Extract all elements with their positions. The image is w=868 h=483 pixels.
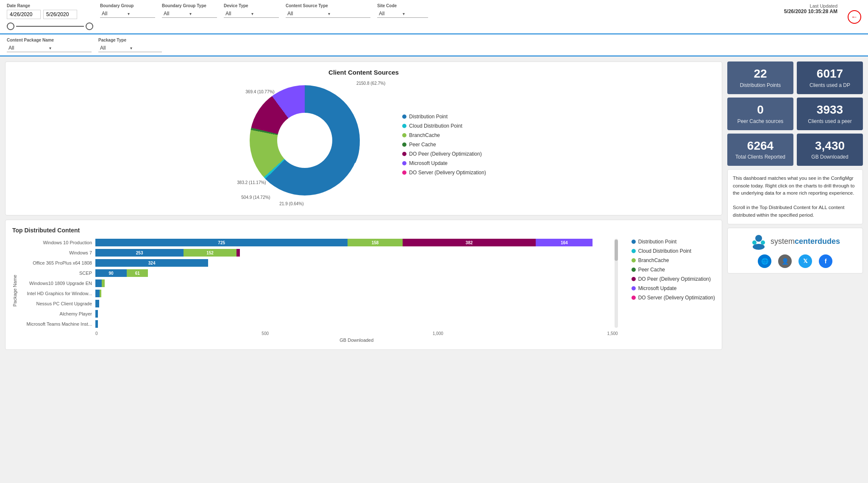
boundary-group-select[interactable]: All ▾ [100, 10, 155, 18]
top-bar: Date Range Boundary Group All ▾ Boundary… [0, 0, 868, 34]
donut-label-dopeer: 383.2 (11.17%) [237, 180, 266, 185]
scd-logo-row: systemcenterdudes [733, 233, 857, 250]
date-from-input[interactable] [7, 10, 41, 19]
date-to-input[interactable] [43, 10, 77, 19]
bar-seg [95, 300, 99, 307]
bar-segments [95, 300, 618, 307]
content-package-name-chevron: ▾ [49, 46, 90, 50]
bar-chart-title: Top Distributed Content [12, 227, 715, 234]
facebook-button[interactable]: f [819, 254, 832, 268]
stat-card-distribution-points: 22 Distribution Points [727, 61, 793, 94]
donut-label-msupdate: 369.4 (10.77%) [245, 89, 274, 94]
bar-chart-legend: Distribution Point Cloud Distribution Po… [632, 239, 715, 343]
x-tick: 1,000 [433, 331, 443, 336]
bar-legend-label-do-peer: DO Peer (Delivery Optimization) [638, 276, 711, 282]
bar-legend-label-ms-update: Microsoft Update [638, 285, 677, 291]
legend-label-do-peer: DO Peer (Delivery Optimization) [409, 151, 481, 157]
legend-item-do-server: DO Server (Delivery Optimization) [402, 170, 486, 176]
bar-legend-label-peer-cache: Peer Cache [638, 267, 665, 273]
svg-point-3 [753, 244, 765, 250]
device-type-filter: Device Type All ▾ [224, 3, 279, 18]
x-tick: 1,500 [607, 331, 618, 336]
scrollbar-track [615, 239, 618, 328]
package-type-chevron: ▾ [130, 46, 160, 50]
stat-label-peer-cache: Peer Cache sources [734, 118, 787, 124]
bar-segments: 725 158 382 164 [95, 239, 618, 246]
logo-card: systemcenterdudes 🌐 👤 𝕏 f [727, 228, 863, 274]
bar-seg: 152 [184, 249, 236, 257]
stat-label-dp: Distribution Points [734, 82, 787, 88]
device-type-label: Device Type [224, 3, 279, 8]
content-source-type-value: All [287, 11, 328, 17]
bar-legend-item-ms-update: Microsoft Update [632, 285, 715, 291]
table-row: SCEP 90 61 [24, 269, 618, 277]
legend-label-peer-cache: Peer Cache [409, 142, 436, 148]
donut-chart-container: 2150.8 (62.7%) 504.9 (14.72%) 383.2 (11.… [241, 81, 385, 208]
left-panel: Client Content Sources [5, 61, 722, 350]
table-row: Windows 10 Production 725 158 382 164 [24, 239, 618, 246]
stat-number-peer-cache: 0 [734, 103, 787, 117]
bar-segments: 324 [95, 259, 618, 267]
device-type-select[interactable]: All ▾ [224, 10, 279, 18]
legend-item-cloud-dp: Cloud Distribution Point [402, 123, 486, 129]
bar-segments: 253 152 [95, 249, 618, 257]
support-button[interactable]: 👤 [778, 254, 792, 268]
right-panel: 22 Distribution Points 6017 Clients used… [727, 61, 863, 350]
donut-label-cloudp: 21.9 (0.64%) [279, 201, 303, 206]
content-source-type-select[interactable]: All ▾ [286, 10, 370, 18]
site-code-value: All [379, 11, 403, 17]
bar-seg: 382 [403, 239, 536, 246]
bar-label: Windows10 1809 Upgrade EN [24, 281, 92, 286]
donut-legend: Distribution Point Cloud Distribution Po… [402, 114, 486, 176]
content-package-name-select[interactable]: All ▾ [7, 44, 92, 52]
legend-item-peer-cache: Peer Cache [402, 142, 486, 148]
stat-label-clients-dp: Clients used a DP [804, 82, 856, 88]
bar-seg [95, 279, 102, 287]
bar-seg: 253 [95, 249, 184, 257]
stat-number-gb-downloaded: 3,430 [804, 140, 856, 153]
bar-seg [95, 290, 100, 297]
boundary-group-type-label: Boundary Group Type [162, 3, 217, 8]
bar-legend-dot-branchcache [632, 258, 636, 262]
bar-x-axis-label: GB Downloaded [95, 338, 618, 343]
boundary-group-value: All [102, 11, 128, 17]
boundary-group-type-select[interactable]: All ▾ [162, 10, 217, 18]
twitter-button[interactable]: 𝕏 [798, 254, 812, 268]
site-code-select[interactable]: All ▾ [377, 10, 428, 18]
device-type-value: All [225, 11, 251, 17]
bar-chart-area: Package Name Windows 10 Production 725 1… [12, 239, 715, 343]
bar-seg [236, 249, 240, 257]
last-updated-label: Last Updated [784, 3, 837, 8]
slider-right-handle[interactable] [86, 22, 93, 30]
stat-row-1: 22 Distribution Points 6017 Clients used… [727, 61, 863, 94]
scrollbar-thumb[interactable] [615, 240, 618, 261]
bar-legend-item-cloud-dp: Cloud Distribution Point [632, 248, 715, 254]
date-range-group: Date Range [7, 3, 93, 30]
table-row: Microsoft Teams Machine Inst... [24, 320, 618, 328]
content-source-type-filter: Content Source Type All ▾ [286, 3, 370, 18]
globe-button[interactable]: 🌐 [758, 254, 771, 268]
bar-legend-label-do-server: DO Server (Delivery Optimization) [638, 295, 715, 301]
boundary-group-type-chevron: ▾ [189, 11, 215, 16]
bar-legend-dot-do-server [632, 296, 636, 300]
bar-segments [95, 320, 618, 328]
bar-seg: 61 [127, 269, 148, 277]
y-axis-label: Package Name [12, 239, 17, 343]
legend-item-ms-update: Microsoft Update [402, 160, 486, 166]
site-code-chevron: ▾ [403, 11, 426, 16]
legend-label-cloud-dp: Cloud Distribution Point [409, 123, 462, 129]
bar-seg [102, 279, 105, 287]
bar-seg [95, 310, 98, 318]
bar-legend-label-cloud-dp: Cloud Distribution Point [638, 248, 691, 254]
boundary-group-type-filter: Boundary Group Type All ▾ [162, 3, 217, 18]
package-type-select[interactable]: All ▾ [98, 44, 162, 52]
donut-hole [277, 113, 332, 168]
back-button[interactable]: ← [848, 10, 861, 24]
scd-logo-icon [750, 233, 767, 250]
donut-label-dp: 2150.8 (62.7%) [356, 81, 385, 86]
bar-label: Microsoft Teams Machine Inst... [24, 321, 92, 327]
bar-seg: 725 [95, 239, 348, 246]
donut-bg [250, 85, 360, 195]
slider-left-handle[interactable] [7, 22, 14, 30]
table-row: Nessus PC Client Upgrade [24, 300, 618, 307]
